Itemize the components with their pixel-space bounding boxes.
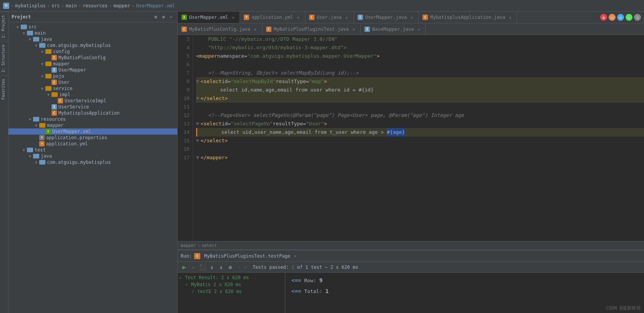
tab-close-btn[interactable]: ✕	[253, 27, 258, 32]
browser-icon-blue: ●	[617, 14, 624, 21]
tree-item-main[interactable]: ▼ main	[8, 30, 177, 36]
tree-item-impl[interactable]: ▼ impl	[8, 92, 177, 98]
tab-mybatisplusplugins[interactable]: C MyBatisPlusPluginsTest.java ✕	[262, 23, 361, 35]
java-tab-icon: C	[309, 15, 315, 20]
tree-label: service	[53, 86, 73, 91]
tree-label: UserMapper.xml	[52, 129, 91, 134]
expand-icon[interactable]: ≡	[160, 14, 166, 20]
tree-item-userservice[interactable]: I UserService	[8, 104, 177, 110]
arrow-icon: <==	[291, 288, 301, 294]
run-close-btn[interactable]: ✕	[293, 253, 298, 259]
filter-btn[interactable]: ≡	[227, 264, 234, 271]
tree-label: application.properties	[46, 135, 107, 140]
settings-icon[interactable]: ⚙	[153, 14, 159, 20]
breadcrumb-mybatisplus: mybatisplus	[15, 3, 45, 8]
tab-mybatisplus-app[interactable]: C MybatisplusApplication.java ✕	[419, 12, 517, 23]
tab-application-yml[interactable]: Y application.yml ✕	[240, 12, 305, 23]
code-content: PUBLIC "-//mybatis.org//DTD Mapper 3.0//…	[193, 35, 644, 241]
tree-item-user[interactable]: C User	[8, 79, 177, 85]
tab-label: User.java	[317, 15, 342, 20]
run-controls: ▶ ✓ ⬛ ↕ ↕ ≡ » ✓ Tests passed: 1 of 1 tes…	[178, 262, 644, 273]
arrow-icon: ▼	[39, 50, 45, 54]
tabs-row2: C MyBatisPlusConfig.java ✕ C MyBatisPlus…	[178, 23, 644, 35]
code-editor[interactable]: 3 4 5 6 7 8 9 10 11 12 13 ⚠14 15 16 17 P…	[178, 35, 644, 241]
tree-item-test-pkg[interactable]: ▼ com.atguigu.mybatisplus	[8, 159, 177, 165]
play-btn[interactable]: ▶	[181, 264, 188, 271]
tab-mybatisplusconfig[interactable]: C MyBatisPlusConfig.java ✕	[178, 23, 262, 35]
pass-btn[interactable]: ✓	[190, 264, 197, 271]
tree-label: java	[41, 153, 52, 159]
tab-close-btn[interactable]: ✕	[409, 15, 414, 20]
row-value: 9	[320, 277, 323, 283]
tree-item-test-java[interactable]: ▼ java	[8, 153, 177, 159]
tab-label: MybatisplusApplication.java	[430, 15, 505, 20]
tree-item-app-properties[interactable]: P application.properties	[8, 135, 177, 141]
tree-item-service[interactable]: ▼ service	[8, 85, 177, 92]
tests-passed-label: Tests passed: 1 of 1 test – 2 s 620 ms	[253, 265, 358, 270]
code-line-4: "http://mybatis.org/dtd/mybatis-3-mapper…	[196, 43, 644, 52]
tab-label: application.yml	[251, 15, 293, 20]
favorites-label[interactable]: Favorites	[0, 75, 8, 103]
tree-item-app-yml[interactable]: Y application.yml	[8, 141, 177, 147]
interface-icon: I	[52, 104, 57, 110]
breadcrumb-bottom-bar: mapper › select	[178, 241, 644, 250]
tree-item-config[interactable]: ▼ config	[8, 48, 177, 55]
arrow-icon: ▼	[39, 87, 45, 91]
test-result-root: ✓ Test Result: 2 s 620 ms	[179, 274, 283, 281]
tree-item-usermapper[interactable]: I UserMapper	[8, 67, 177, 73]
pass-icon: ✓	[185, 282, 188, 287]
tree-label: pojo	[53, 73, 64, 79]
tab-basemapper[interactable]: I BaseMapper.java ✕	[361, 23, 426, 35]
tree-item-resources[interactable]: ▼ resources	[8, 116, 177, 122]
tree-item-app[interactable]: C MybatisplusApplication	[8, 110, 177, 116]
interface-icon: I	[52, 67, 57, 73]
tree-item-pojo[interactable]: ▼ pojo	[8, 73, 177, 79]
yml-tab-icon: Y	[244, 15, 249, 20]
stop-btn[interactable]: ⬛	[199, 264, 206, 271]
top-bar: M › mybatisplus › src › main › resources…	[0, 0, 644, 12]
arrow-icon: ▼	[27, 154, 33, 158]
minimize-icon[interactable]: −	[168, 14, 174, 20]
class-icon: C	[52, 55, 57, 60]
arrow-icon: ▼	[33, 160, 39, 165]
tests-status-icon: ✓	[245, 265, 247, 270]
folder-icon	[33, 117, 39, 122]
tab-label: MyBatisPlusPluginsTest.java	[274, 27, 349, 32]
tree-item-mapper-pkg[interactable]: ▼ mapper	[8, 61, 177, 67]
tab-user-java[interactable]: C User.java ✕	[305, 12, 354, 23]
arrow-icon: ▼	[39, 62, 45, 66]
tree-item-usermapper-xml[interactable]: X UserMapper.xml	[8, 128, 177, 135]
row-key: Row:	[304, 278, 316, 283]
tree-item-com-pkg[interactable]: ▼ com.atguigu.mybatisplus	[8, 42, 177, 48]
tab-close-btn[interactable]: ✕	[508, 15, 513, 20]
bottom-panel: Run: C MyBatisPlusPluginsTest.testPage ✕…	[178, 250, 644, 313]
folder-icon	[45, 62, 52, 66]
xml-tab-icon: X	[181, 15, 187, 20]
tab-close-btn[interactable]: ✕	[296, 15, 301, 20]
sort-btn[interactable]: ↕	[218, 264, 225, 271]
total-key: Total:	[304, 288, 322, 294]
tab-usermapper-java[interactable]: I UserMapper.java ✕	[354, 12, 419, 23]
tab-close-btn[interactable]: ✕	[230, 15, 236, 20]
sidebar-icons: ⚙ ≡ −	[153, 14, 174, 20]
structure-panel-label[interactable]: 2: Structure	[0, 41, 8, 75]
tree-item-test[interactable]: ▼ test	[8, 147, 177, 153]
sidebar-title: Project	[12, 14, 31, 20]
browser-icon-gear[interactable]: ⚙	[634, 14, 641, 21]
tree-item-userserviceimpl[interactable]: C UserServiceImpl	[8, 98, 177, 104]
tree-item-java[interactable]: ▼ java	[8, 36, 177, 42]
project-panel-label[interactable]: 1: Project	[0, 12, 8, 41]
folder-icon	[33, 154, 39, 158]
tree-item-src[interactable]: ▼ src	[8, 24, 177, 30]
folder-icon	[45, 49, 52, 54]
tab-close-btn[interactable]: ✕	[344, 15, 349, 20]
tree-item-mapper-res[interactable]: ▼ mapper	[8, 122, 177, 128]
tab-close-btn[interactable]: ✕	[351, 27, 356, 32]
test-mybatis: ✓ MyBatis 2 s 620 ms	[179, 281, 283, 288]
tab-close-btn[interactable]: ✕	[416, 27, 421, 32]
breadcrumb-resources: resources	[83, 3, 108, 8]
rerun-btn[interactable]: ↕	[208, 264, 215, 271]
arrow-icon: ▼	[21, 31, 27, 35]
tab-usermapper-xml[interactable]: X UserMapper.xml ✕	[178, 12, 240, 23]
tree-item-mybatisplusconfig[interactable]: C MyBatisPlusConfig	[8, 55, 177, 61]
